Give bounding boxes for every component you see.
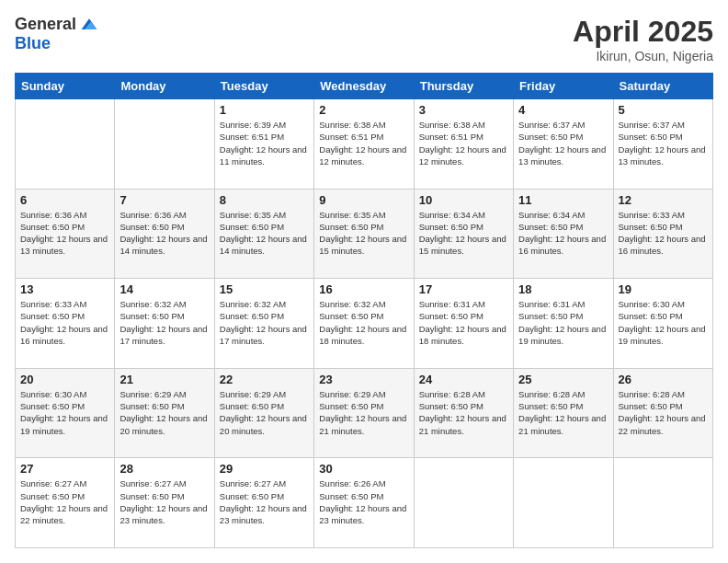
day-number: 15 — [220, 282, 309, 296]
calendar-cell: 19Sunrise: 6:30 AMSunset: 6:50 PMDayligh… — [613, 279, 712, 369]
day-number: 28 — [119, 462, 209, 476]
calendar-cell: 11Sunrise: 6:34 AMSunset: 6:50 PMDayligh… — [514, 189, 613, 279]
logo-general: General — [15, 15, 76, 34]
day-number: 18 — [518, 282, 608, 296]
calendar-cell: 26Sunrise: 6:28 AMSunset: 6:50 PMDayligh… — [613, 368, 712, 458]
day-info: Sunrise: 6:30 AMSunset: 6:50 PMDaylight:… — [619, 298, 708, 347]
day-number: 1 — [220, 103, 309, 117]
title-block: April 2025 Ikirun, Osun, Nigeria — [573, 15, 713, 63]
calendar-table: Sunday Monday Tuesday Wednesday Thursday… — [15, 73, 713, 548]
day-info: Sunrise: 6:26 AMSunset: 6:50 PMDaylight:… — [319, 477, 408, 526]
calendar-cell: 2Sunrise: 6:38 AMSunset: 6:51 PMDaylight… — [314, 99, 414, 190]
day-number: 11 — [518, 193, 608, 207]
day-number: 30 — [319, 462, 408, 476]
day-info: Sunrise: 6:28 AMSunset: 6:50 PMDaylight:… — [518, 388, 608, 437]
day-info: Sunrise: 6:36 AMSunset: 6:50 PMDaylight:… — [20, 209, 109, 258]
logo-text: General — [15, 15, 98, 34]
calendar-cell — [514, 458, 613, 548]
day-info: Sunrise: 6:28 AMSunset: 6:50 PMDaylight:… — [619, 388, 708, 437]
month-title: April 2025 — [573, 15, 713, 49]
header-thursday: Thursday — [414, 74, 513, 99]
calendar-cell: 3Sunrise: 6:38 AMSunset: 6:51 PMDaylight… — [414, 99, 513, 190]
calendar-cell: 8Sunrise: 6:35 AMSunset: 6:50 PMDaylight… — [214, 189, 313, 279]
day-info: Sunrise: 6:30 AMSunset: 6:50 PMDaylight:… — [20, 388, 109, 437]
header-sunday: Sunday — [16, 74, 115, 99]
day-number: 26 — [619, 373, 708, 386]
location: Ikirun, Osun, Nigeria — [573, 49, 713, 63]
calendar-week-0: 1Sunrise: 6:39 AMSunset: 6:51 PMDaylight… — [16, 99, 713, 190]
header: General Blue April 2025 Ikirun, Osun, Ni… — [15, 15, 713, 63]
calendar-cell: 21Sunrise: 6:29 AMSunset: 6:50 PMDayligh… — [115, 368, 214, 458]
calendar-cell: 29Sunrise: 6:27 AMSunset: 6:50 PMDayligh… — [214, 458, 313, 548]
day-number: 17 — [419, 282, 508, 296]
calendar-week-1: 6Sunrise: 6:36 AMSunset: 6:50 PMDaylight… — [16, 189, 713, 279]
calendar-cell: 22Sunrise: 6:29 AMSunset: 6:50 PMDayligh… — [214, 368, 313, 458]
day-info: Sunrise: 6:39 AMSunset: 6:51 PMDaylight:… — [220, 119, 309, 167]
day-info: Sunrise: 6:38 AMSunset: 6:51 PMDaylight:… — [319, 119, 408, 167]
day-info: Sunrise: 6:37 AMSunset: 6:50 PMDaylight:… — [619, 119, 708, 167]
day-number: 22 — [220, 373, 309, 386]
day-number: 2 — [319, 103, 408, 117]
day-number: 4 — [518, 103, 608, 117]
calendar-cell: 13Sunrise: 6:33 AMSunset: 6:50 PMDayligh… — [16, 279, 115, 369]
calendar-cell — [613, 458, 712, 548]
calendar-week-4: 27Sunrise: 6:27 AMSunset: 6:50 PMDayligh… — [16, 458, 713, 548]
header-friday: Friday — [514, 74, 613, 99]
header-monday: Monday — [115, 74, 214, 99]
day-info: Sunrise: 6:37 AMSunset: 6:50 PMDaylight:… — [518, 119, 608, 167]
day-info: Sunrise: 6:36 AMSunset: 6:50 PMDaylight:… — [119, 209, 209, 258]
calendar-cell: 18Sunrise: 6:31 AMSunset: 6:50 PMDayligh… — [514, 279, 613, 369]
calendar-cell: 5Sunrise: 6:37 AMSunset: 6:50 PMDaylight… — [613, 99, 712, 190]
day-info: Sunrise: 6:32 AMSunset: 6:50 PMDaylight:… — [119, 298, 209, 347]
day-number: 10 — [419, 193, 508, 207]
day-number: 27 — [20, 462, 109, 476]
calendar-cell: 14Sunrise: 6:32 AMSunset: 6:50 PMDayligh… — [115, 279, 214, 369]
day-number: 25 — [518, 373, 608, 386]
day-info: Sunrise: 6:29 AMSunset: 6:50 PMDaylight:… — [119, 388, 209, 437]
day-info: Sunrise: 6:34 AMSunset: 6:50 PMDaylight:… — [518, 209, 608, 258]
day-number: 7 — [119, 193, 209, 207]
day-number: 23 — [319, 373, 408, 386]
day-info: Sunrise: 6:33 AMSunset: 6:50 PMDaylight:… — [619, 209, 708, 258]
calendar-cell: 27Sunrise: 6:27 AMSunset: 6:50 PMDayligh… — [16, 458, 115, 548]
day-number: 8 — [220, 193, 309, 207]
calendar-cell: 23Sunrise: 6:29 AMSunset: 6:50 PMDayligh… — [314, 368, 414, 458]
day-number: 16 — [319, 282, 408, 296]
calendar-cell: 10Sunrise: 6:34 AMSunset: 6:50 PMDayligh… — [414, 189, 513, 279]
calendar-cell: 1Sunrise: 6:39 AMSunset: 6:51 PMDaylight… — [214, 99, 313, 190]
day-info: Sunrise: 6:29 AMSunset: 6:50 PMDaylight:… — [220, 388, 309, 437]
calendar-cell: 4Sunrise: 6:37 AMSunset: 6:50 PMDaylight… — [514, 99, 613, 190]
calendar-cell: 28Sunrise: 6:27 AMSunset: 6:50 PMDayligh… — [115, 458, 214, 548]
day-number: 29 — [220, 462, 309, 476]
day-number: 9 — [319, 193, 408, 207]
day-info: Sunrise: 6:29 AMSunset: 6:50 PMDaylight:… — [319, 388, 408, 437]
calendar-cell: 9Sunrise: 6:35 AMSunset: 6:50 PMDaylight… — [314, 189, 414, 279]
calendar-cell: 30Sunrise: 6:26 AMSunset: 6:50 PMDayligh… — [314, 458, 414, 548]
day-info: Sunrise: 6:38 AMSunset: 6:51 PMDaylight:… — [419, 119, 508, 167]
day-info: Sunrise: 6:28 AMSunset: 6:50 PMDaylight:… — [419, 388, 508, 437]
logo-icon — [80, 16, 98, 34]
day-info: Sunrise: 6:32 AMSunset: 6:50 PMDaylight:… — [220, 298, 309, 347]
calendar-cell: 20Sunrise: 6:30 AMSunset: 6:50 PMDayligh… — [16, 368, 115, 458]
calendar-cell — [16, 99, 115, 190]
logo: General Blue — [15, 15, 98, 53]
calendar-cell: 17Sunrise: 6:31 AMSunset: 6:50 PMDayligh… — [414, 279, 513, 369]
day-number: 12 — [619, 193, 708, 207]
day-number: 21 — [119, 373, 209, 386]
calendar-cell: 7Sunrise: 6:36 AMSunset: 6:50 PMDaylight… — [115, 189, 214, 279]
page: General Blue April 2025 Ikirun, Osun, Ni… — [0, 0, 728, 563]
calendar-cell: 24Sunrise: 6:28 AMSunset: 6:50 PMDayligh… — [414, 368, 513, 458]
header-wednesday: Wednesday — [314, 74, 414, 99]
day-info: Sunrise: 6:34 AMSunset: 6:50 PMDaylight:… — [419, 209, 508, 258]
header-row: Sunday Monday Tuesday Wednesday Thursday… — [16, 74, 713, 99]
day-number: 19 — [619, 282, 708, 296]
day-number: 20 — [20, 373, 109, 386]
calendar-cell: 6Sunrise: 6:36 AMSunset: 6:50 PMDaylight… — [16, 189, 115, 279]
day-number: 14 — [119, 282, 209, 296]
day-info: Sunrise: 6:31 AMSunset: 6:50 PMDaylight:… — [518, 298, 608, 347]
calendar-cell: 15Sunrise: 6:32 AMSunset: 6:50 PMDayligh… — [214, 279, 313, 369]
calendar-cell — [115, 99, 214, 190]
day-info: Sunrise: 6:27 AMSunset: 6:50 PMDaylight:… — [119, 477, 209, 526]
calendar-week-2: 13Sunrise: 6:33 AMSunset: 6:50 PMDayligh… — [16, 279, 713, 369]
day-number: 5 — [619, 103, 708, 117]
